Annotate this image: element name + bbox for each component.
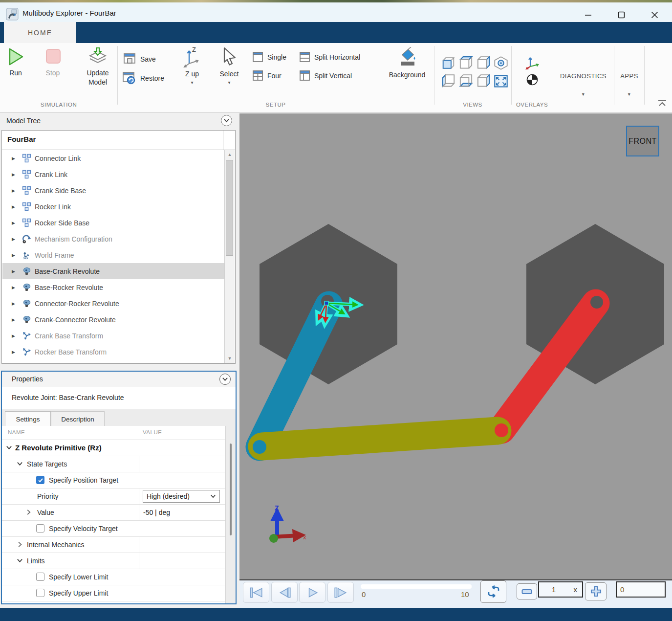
tab-description[interactable]: Description <box>51 411 105 426</box>
expand-arrow-icon[interactable]: ▶ <box>12 204 18 209</box>
expand-arrow-icon[interactable]: ▶ <box>12 350 18 355</box>
row-internal-mechanics[interactable]: Internal Mechanics <box>2 536 226 553</box>
expand-arrow-icon[interactable]: ▶ <box>12 156 18 161</box>
properties-scrollbar-thumb[interactable] <box>230 444 232 535</box>
view-front-button[interactable] <box>441 57 456 70</box>
save-button[interactable]: Save <box>123 53 156 65</box>
chevron-down-icon[interactable] <box>17 461 23 467</box>
slow-down-button[interactable] <box>517 583 537 599</box>
properties-collapse-button[interactable] <box>219 374 231 385</box>
row-specify-lower-limit[interactable]: Specify Lower Limit <box>2 569 226 585</box>
layout-single-button[interactable]: Single <box>252 51 286 63</box>
scroll-down-icon[interactable]: ▼ <box>225 356 235 361</box>
expand-arrow-icon[interactable]: ▶ <box>12 269 18 274</box>
expand-arrow-icon[interactable]: ▶ <box>12 237 18 242</box>
step-back-button[interactable] <box>271 582 298 603</box>
collapse-ribbon-button[interactable] <box>657 99 668 107</box>
model-tree-collapse-button[interactable] <box>221 115 232 126</box>
tab-settings[interactable]: Settings <box>5 411 51 426</box>
tree-item-crank-side-base[interactable]: ▶ Crank Side Base <box>2 182 225 199</box>
expand-arrow-icon[interactable]: ▶ <box>12 221 18 225</box>
section-label-setup: SETUP <box>117 102 434 108</box>
expand-arrow-icon[interactable]: ▶ <box>12 172 18 177</box>
properties-scrollbar[interactable] <box>225 426 236 603</box>
tree-item-base-rocker-revolute[interactable]: ▶ Base-Rocker Revolute <box>2 279 225 295</box>
tree-scrollbar-thumb[interactable] <box>226 160 233 256</box>
stop-button[interactable]: Stop <box>40 47 65 78</box>
view-isometric-button[interactable] <box>494 56 508 70</box>
row-specify-velocity-target[interactable]: Specify Velocity Target <box>2 520 226 537</box>
tree-item-rocker-base-transform[interactable]: ▶ Rocker Base Transform <box>2 344 225 360</box>
loop-button[interactable] <box>480 580 506 603</box>
tree-item-base-crank-revolute[interactable]: ▶ Base-Crank Revolute <box>2 263 225 279</box>
row-value[interactable]: Value -50 | deg <box>2 504 226 521</box>
tab-home[interactable]: HOME <box>4 22 76 43</box>
z-up-button[interactable]: Z Z up ▾ <box>179 47 205 85</box>
tree-scrollbar[interactable]: ▲ ▼ <box>224 150 235 363</box>
view-orientation-cube[interactable]: FRONT <box>626 126 659 156</box>
view-side-button[interactable] <box>476 56 491 70</box>
expand-arrow-icon[interactable]: ▶ <box>12 301 18 306</box>
view-fit-button[interactable] <box>494 74 508 88</box>
playback-speed-field[interactable]: 1 x <box>538 581 583 598</box>
scroll-up-icon[interactable]: ▲ <box>225 152 235 157</box>
tree-item-rocker-side-base[interactable]: ▶ Rocker Side Base <box>2 215 225 231</box>
restore-button[interactable]: Restore <box>122 71 164 85</box>
priority-dropdown[interactable]: High (desired) <box>143 490 220 503</box>
chevron-right-icon[interactable] <box>17 541 23 548</box>
maximize-button[interactable] <box>610 5 632 24</box>
row-state-targets[interactable]: State Targets <box>2 456 226 472</box>
row-specify-upper-limit[interactable]: Specify Upper Limit <box>2 585 226 601</box>
chevron-down-icon[interactable] <box>17 557 23 564</box>
expand-arrow-icon[interactable]: ▶ <box>12 285 18 290</box>
split-horizontal-button[interactable]: Split Horizontal <box>299 51 360 63</box>
view-bottom-button[interactable] <box>458 74 474 88</box>
center-of-mass-overlay-button[interactable] <box>526 73 539 86</box>
checkbox-unchecked[interactable] <box>36 589 44 597</box>
layout-four-button[interactable]: Four <box>252 70 282 81</box>
expand-arrow-icon[interactable]: ▶ <box>12 188 18 193</box>
expand-arrow-icon[interactable]: ▶ <box>12 333 18 338</box>
view-left-button[interactable] <box>441 74 456 88</box>
minimize-button[interactable] <box>577 5 599 24</box>
tree-item-crank-connector-revolute[interactable]: ▶ Crank-Connector Revolute <box>2 311 225 328</box>
expand-arrow-icon[interactable]: ▶ <box>12 253 18 258</box>
diagnostics-button[interactable]: DIAGNOSTICS ▾ <box>555 72 611 97</box>
viewport-3d[interactable]: Z x FRONT <box>239 113 672 579</box>
checkbox-unchecked[interactable] <box>36 573 44 581</box>
select-button[interactable]: Select ▾ <box>215 47 243 85</box>
tree-item-crank-link[interactable]: ▶ Crank Link <box>2 166 225 182</box>
tree-item-mechanism-configuration[interactable]: ▶ Mechanism Configuration <box>2 231 225 247</box>
row-limits[interactable]: Limits <box>2 553 226 569</box>
row-specify-position-target[interactable]: Specify Position Target <box>2 472 226 488</box>
play-button[interactable] <box>299 582 325 603</box>
time-slider[interactable] <box>361 584 472 589</box>
background-button[interactable]: Background <box>383 47 432 80</box>
checkbox-unchecked[interactable] <box>36 524 44 532</box>
tree-item-rocker-link[interactable]: ▶ Rocker Link <box>2 199 225 215</box>
chevron-down-icon[interactable] <box>6 444 12 451</box>
expand-arrow-icon[interactable]: ▶ <box>12 317 18 322</box>
tree-item-world-frame[interactable]: ▶ World Frame <box>2 247 225 263</box>
close-button[interactable] <box>643 5 666 24</box>
split-vertical-button[interactable]: Split Vertical <box>299 70 352 81</box>
step-forward-button[interactable] <box>327 582 354 603</box>
speed-up-button[interactable] <box>585 582 607 600</box>
tree-item-connector-rocker-revolute[interactable]: ▶ Connector-Rocker Revolute <box>2 295 225 311</box>
view-top-button[interactable] <box>458 56 474 70</box>
row-z-revolute-primitive[interactable]: Z Revolute Primitive (Rz) <box>2 440 226 456</box>
frames-overlay-button[interactable] <box>524 54 541 70</box>
tree-item-connector-link[interactable]: ▶ Connector Link <box>2 150 225 166</box>
run-button[interactable]: Run <box>3 47 28 78</box>
apps-button[interactable]: APPS ▾ <box>616 72 643 97</box>
go-to-start-button[interactable] <box>243 582 269 603</box>
update-model-button[interactable]: UpdateModel <box>78 47 117 87</box>
row-priority[interactable]: Priority High (desired) <box>2 488 226 505</box>
chevron-right-icon[interactable] <box>25 509 32 515</box>
value-text[interactable]: -50 | deg <box>143 509 170 516</box>
model-tree-root-row[interactable]: FourBar <box>2 131 235 150</box>
view-right-button[interactable] <box>476 74 491 88</box>
tree-item-crank-base-transform[interactable]: ▶ Crank Base Transform <box>2 328 225 344</box>
checkbox-checked[interactable] <box>36 476 44 484</box>
current-time-field[interactable]: 0 <box>616 581 666 598</box>
